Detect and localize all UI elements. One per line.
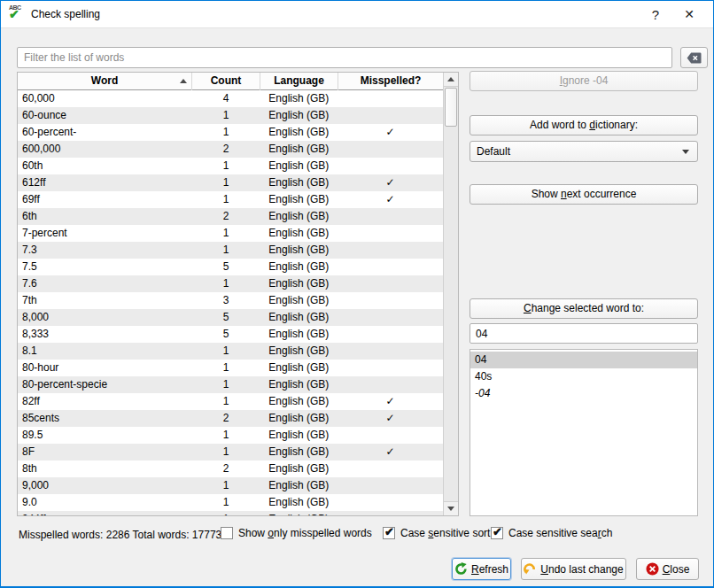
label-part: Show [532, 188, 561, 200]
cell-word: 8,000 [18, 309, 192, 326]
cell-language: English (GB) [260, 460, 338, 477]
scrollbar-thumb[interactable] [445, 88, 457, 127]
cell-word: 60-percent- [18, 124, 192, 141]
cell-word: 7.3 [18, 242, 192, 259]
table-row[interactable]: 60th1English (GB) [18, 158, 443, 174]
table-row[interactable]: 60-percent-1English (GB)✓ [18, 124, 443, 141]
cell-count: 1 [192, 360, 260, 376]
table-row[interactable]: 944ff1English (GB)✓ [18, 511, 443, 515]
cell-count: 4 [192, 90, 260, 107]
cell-language: English (GB) [260, 191, 338, 208]
table-row[interactable]: 9.01English (GB) [18, 494, 443, 511]
cell-count: 5 [192, 309, 260, 326]
cell-misspelled [338, 494, 443, 511]
change-selected-word-button[interactable]: Change selected word to: [470, 298, 698, 319]
ignore-word-button[interactable]: Ignore -04 [470, 71, 698, 91]
filter-input[interactable] [17, 47, 672, 68]
cell-language: English (GB) [260, 242, 338, 259]
label-part: hange selected word to: [532, 302, 644, 314]
cell-count: 5 [192, 326, 260, 343]
table-row[interactable]: 9,0001English (GB) [18, 477, 443, 494]
checkbox-unchecked-icon[interactable] [221, 527, 233, 539]
header-misspelled-label: Misspelled? [361, 74, 422, 87]
case-sensitive-search-checkbox[interactable]: ✔ Case sensitive search [491, 527, 612, 539]
cell-language: English (GB) [260, 477, 338, 494]
clear-filter-button[interactable] [680, 47, 708, 68]
checkbox-label: Case sensitive sort [400, 527, 490, 539]
undo-last-change-button[interactable]: Undo last change [521, 558, 626, 580]
checkbox-checked-icon[interactable]: ✔ [491, 527, 503, 539]
replacement-word-input[interactable] [470, 323, 698, 344]
table-row[interactable]: 600,0002English (GB) [18, 141, 443, 158]
checkbox-label: Show only misspelled words [238, 527, 372, 539]
scrollbar-up-button[interactable] [444, 73, 458, 87]
cell-word: 89.5 [18, 427, 192, 444]
cell-count: 1 [192, 158, 260, 174]
cell-count: 1 [192, 343, 260, 360]
table-row[interactable]: 7th3English (GB) [18, 292, 443, 309]
cell-language: English (GB) [260, 326, 338, 343]
table-row[interactable]: 8.11English (GB) [18, 343, 443, 360]
table-row[interactable]: 85cents2English (GB)✓ [18, 410, 443, 427]
table-row[interactable]: 82ff1English (GB)✓ [18, 393, 443, 410]
cell-word: 612ff [18, 174, 192, 191]
table-row[interactable]: 60-ounce1English (GB) [18, 107, 443, 124]
cell-count: 1 [192, 511, 260, 515]
dictionary-selected-value: Default [477, 145, 510, 158]
header-misspelled[interactable]: Misspelled? [338, 73, 443, 90]
suggestions-list: 0440s-04 [470, 349, 698, 516]
table-row[interactable]: 7.55English (GB) [18, 259, 443, 275]
cell-word: 69ff [18, 191, 192, 208]
cell-word: 8th [18, 460, 192, 477]
table-row[interactable]: 60,0004English (GB) [18, 90, 443, 107]
table-row[interactable]: 8F1English (GB)✓ [18, 444, 443, 460]
dictionary-dropdown[interactable]: Default [470, 141, 698, 162]
table-row[interactable]: 8th2English (GB) [18, 460, 443, 477]
table-row[interactable]: 612ff1English (GB)✓ [18, 174, 443, 191]
cell-misspelled [338, 460, 443, 477]
close-icon[interactable]: ✕ [674, 1, 704, 28]
header-language[interactable]: Language [260, 73, 338, 90]
case-sensitive-sort-checkbox[interactable]: ✔ Case sensitive sort [383, 527, 490, 539]
chevron-down-icon [682, 150, 689, 154]
cell-misspelled [338, 275, 443, 292]
refresh-button[interactable]: Refresh [452, 558, 511, 580]
cell-word: 6th [18, 208, 192, 225]
cell-misspelled: ✓ [338, 410, 443, 427]
table-row[interactable]: 7-percent1English (GB) [18, 225, 443, 242]
table-row[interactable]: 6th2English (GB) [18, 208, 443, 225]
title-bar[interactable]: ABC ✔ Check spelling ? ✕ [1, 1, 713, 28]
table-row[interactable]: 8,3335English (GB) [18, 326, 443, 343]
show-next-occurrence-button[interactable]: Show next occurrence [470, 184, 698, 205]
header-language-label: Language [274, 74, 324, 87]
table-row[interactable]: 69ff1English (GB)✓ [18, 191, 443, 208]
close-button[interactable]: Close [636, 558, 699, 580]
header-count[interactable]: Count [192, 73, 260, 90]
table-row[interactable]: 7.31English (GB) [18, 242, 443, 259]
scrollbar-down-button[interactable] [444, 501, 458, 515]
cell-misspelled [338, 107, 443, 124]
cell-language: English (GB) [260, 208, 338, 225]
cell-word: 60-ounce [18, 107, 192, 124]
cell-misspelled: ✓ [338, 124, 443, 141]
checkbox-checked-icon[interactable]: ✔ [383, 527, 395, 539]
cell-language: English (GB) [260, 158, 338, 174]
suggestion-item[interactable]: 04 [470, 352, 697, 368]
cell-misspelled: ✓ [338, 511, 443, 515]
suggestion-item[interactable]: 40s [470, 368, 697, 385]
label-mnemonic: C [524, 302, 532, 314]
cell-misspelled [338, 292, 443, 309]
app-icon-check: ✔ [9, 9, 28, 20]
add-word-to-dictionary-button[interactable]: Add word to dictionary: [470, 115, 698, 135]
header-word[interactable]: Word [18, 73, 192, 90]
table-scrollbar[interactable] [443, 73, 458, 515]
help-icon[interactable]: ? [640, 1, 671, 28]
table-row[interactable]: 8,0005English (GB) [18, 309, 443, 326]
table-row[interactable]: 7.61English (GB) [18, 275, 443, 292]
table-row[interactable]: 80-hour1English (GB) [18, 360, 443, 376]
show-only-misspelled-checkbox[interactable]: Show only misspelled words [221, 527, 372, 539]
table-row[interactable]: 80-percent-specie1English (GB) [18, 376, 443, 393]
cell-word: 7-percent [18, 225, 192, 242]
table-row[interactable]: 89.51English (GB) [18, 427, 443, 444]
suggestion-item[interactable]: -04 [470, 385, 697, 402]
